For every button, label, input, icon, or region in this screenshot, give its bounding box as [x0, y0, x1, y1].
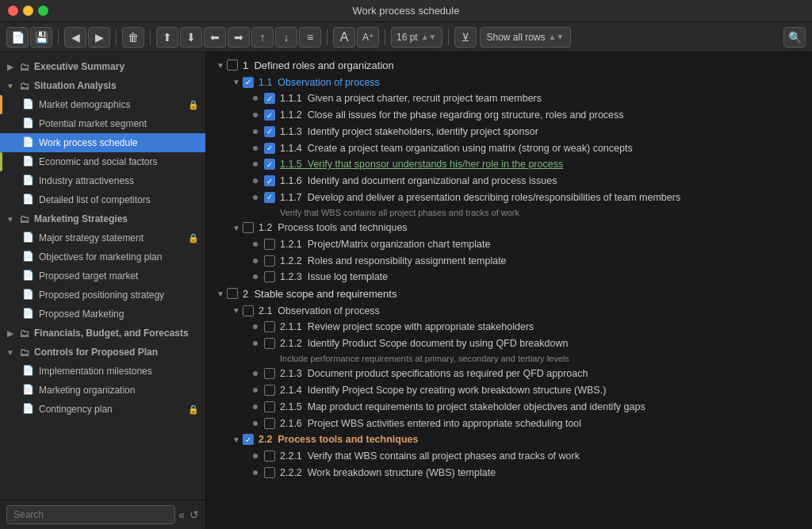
sidebar-item-proposed-marketing[interactable]: 📄 Proposed Marketing — [0, 305, 205, 324]
outline-row-2-1-1: 2.1.1 Review project scope with appropri… — [206, 319, 812, 335]
sidebar-item-competitors[interactable]: 📄 Detailed list of competitors — [0, 190, 205, 209]
row-2-1-4-checkbox[interactable] — [264, 385, 275, 396]
toolbar-indent-up-button[interactable]: ⬆ — [156, 27, 178, 48]
search-input[interactable] — [6, 505, 175, 524]
titlebar: Work process schedule — [0, 0, 812, 22]
sidebar-item-market-demo[interactable]: 📄 Market demographics 🔒 — [0, 95, 205, 114]
maximize-button[interactable] — [38, 6, 48, 16]
row-1-2-2-text: 1.2.2 Roles and responsibility assignmen… — [280, 254, 812, 269]
toolbar-align-button[interactable]: ≡ — [299, 27, 321, 48]
minimize-button[interactable] — [23, 6, 33, 16]
row-2-2-1-checkbox[interactable] — [264, 450, 275, 462]
sidebar-item-potential-market[interactable]: 📄 Potential market segment — [0, 114, 205, 133]
toolbar-back-button[interactable]: ◀ — [64, 27, 86, 48]
row-2-1-text: 2.1 Observation of process — [259, 304, 812, 319]
sidebar-item-marketing-org[interactable]: 📄 Marketing organization — [0, 381, 205, 400]
toolbar-move-down-button[interactable]: ↓ — [275, 27, 297, 48]
font-size-stepper[interactable]: ▲▼ — [421, 33, 437, 41]
toolbar-indent-down-button[interactable]: ⬇ — [180, 27, 202, 48]
sidebar-section-financials[interactable]: ▶ 🗂 Financials, Budget, and Forecasts — [0, 324, 205, 343]
toolbar-open-button[interactable]: 📄 — [6, 27, 29, 48]
toolbar-save-button[interactable]: 💾 — [30, 27, 52, 48]
work-process-file-icon: 📄 — [22, 136, 35, 149]
row-1-1-2-checkbox[interactable]: ✓ — [264, 109, 275, 121]
filter-dropdown[interactable]: Show all rows ▲▼ — [480, 27, 572, 48]
toolbar-font-group: A A⁺ — [333, 27, 379, 48]
sidebar-item-economic[interactable]: 📄 Economic and social factors — [0, 152, 205, 171]
sidebar-item-target-market[interactable]: 📄 Proposed target market — [0, 266, 205, 286]
row-1-1-5-checkbox[interactable]: ✓ — [264, 159, 275, 170]
sidebar-item-positioning[interactable]: 📄 Proposed positioning strategy — [0, 286, 205, 305]
sidebar-section-marketing[interactable]: ▼ 🗂 Marketing Strategies — [0, 209, 205, 228]
sidebar-section-situation[interactable]: ▼ 🗂 Situation Analysis — [0, 76, 205, 95]
close-button[interactable] — [8, 6, 18, 16]
sidebar-item-impl-milestones[interactable]: 📄 Implementation milestones — [0, 362, 205, 381]
row-1-2-3-checkbox[interactable] — [264, 271, 275, 282]
controls-label: Controls for Proposed Plan — [34, 347, 158, 358]
sidebar-item-work-process[interactable]: 📄 Work process schedule — [0, 133, 205, 152]
toolbar-filter-icon[interactable]: ⊻ — [454, 27, 477, 48]
row-2-arrow[interactable]: ▼ — [214, 286, 227, 301]
row-2-2-2-checkbox[interactable] — [264, 467, 275, 478]
row-1-1-3-checkbox[interactable]: ✓ — [264, 126, 275, 137]
executive-folder-icon: 🗂 — [17, 60, 30, 73]
row-1-2-1-text: 1.2.1 Project/Matrix organization chart … — [280, 237, 812, 252]
row-2-2-text: 2.2 Process tools and techniques — [259, 432, 812, 447]
row-2-1-3-checkbox[interactable] — [264, 368, 275, 379]
toolbar-search-button[interactable]: 🔍 — [783, 27, 806, 48]
situation-arrow-icon: ▼ — [5, 80, 16, 91]
row-1-1-7-checkbox[interactable]: ✓ — [264, 192, 275, 203]
refresh-icon[interactable]: ↺ — [190, 508, 199, 521]
toolbar-font-larger-button[interactable]: A⁺ — [357, 27, 379, 48]
row-2-1-1-text: 2.1.1 Review project scope with appropri… — [280, 320, 812, 335]
row-2-1-1-checkbox[interactable] — [264, 321, 275, 332]
market-demo-label: Market demographics — [39, 99, 130, 110]
row-1-1-arrow[interactable]: ▼ — [230, 75, 243, 90]
row-1-1-6-checkbox[interactable]: ✓ — [264, 175, 275, 186]
toolbar-forward-button[interactable]: ▶ — [88, 27, 110, 48]
row-1-2-text: 1.2 Process tools and techniques — [259, 220, 812, 236]
row-1-2-1-bullet — [253, 242, 258, 247]
row-2-1-2-checkbox[interactable] — [264, 338, 275, 349]
toolbar-indent-left-button[interactable]: ⬅ — [204, 27, 226, 48]
row-2-1-5-checkbox[interactable] — [264, 401, 275, 412]
window-controls[interactable] — [8, 6, 48, 16]
outline-row-1-1-6: ✓ 1.1.6 Identify and document organizati… — [206, 173, 812, 190]
collapse-icon[interactable]: « — [178, 508, 185, 521]
outline-row-1-1-3: ✓ 1.1.3 Identify project stakeholders, i… — [206, 124, 812, 140]
sidebar-item-industry[interactable]: 📄 Industry attractiveness — [0, 171, 205, 190]
row-1-1-2-text: 1.1.2 Close all issues for the phase reg… — [280, 108, 812, 123]
row-2-2-checkbox[interactable]: ✓ — [243, 434, 254, 445]
toolbar-move-up-button[interactable]: ↑ — [251, 27, 274, 48]
row-1-checkbox[interactable] — [227, 59, 238, 71]
major-strategy-file-icon: 📄 — [22, 232, 35, 244]
industry-label: Industry attractiveness — [39, 175, 134, 186]
row-2-1-checkbox[interactable] — [243, 305, 254, 316]
sidebar-item-contingency[interactable]: 📄 Contingency plan 🔒 — [0, 400, 205, 419]
row-1-arrow[interactable]: ▼ — [214, 58, 227, 72]
row-2-checkbox[interactable] — [227, 288, 238, 299]
row-2-2-arrow[interactable]: ▼ — [230, 432, 243, 447]
outline-row-1-1-1: ✓ 1.1.1 Given a project charter, recruit… — [206, 90, 812, 107]
row-1-2-2-checkbox[interactable] — [264, 255, 275, 266]
sidebar-section-executive[interactable]: ▶ 🗂 Executive Summary — [0, 57, 205, 76]
row-1-2-checkbox[interactable] — [243, 222, 254, 233]
toolbar-font-button[interactable]: A — [333, 27, 355, 48]
font-size-control[interactable]: 16 pt ▲▼ — [391, 27, 442, 48]
row-1-1-1-checkbox[interactable]: ✓ — [264, 93, 275, 104]
row-2-1-6-checkbox[interactable] — [264, 418, 275, 429]
row-1-1-5-text: 1.1.5 Verify that sponsor understands hi… — [280, 157, 812, 172]
row-2-1-arrow[interactable]: ▼ — [230, 304, 243, 318]
sidebar-item-major-strategy[interactable]: 📄 Major strategy statement 🔒 — [0, 228, 205, 247]
row-1-1-4-checkbox[interactable]: ✓ — [264, 143, 275, 154]
financials-label: Financials, Budget, and Forecasts — [34, 328, 189, 339]
row-1-2-1-checkbox[interactable] — [264, 239, 275, 250]
sidebar-item-objectives[interactable]: 📄 Objectives for marketing plan — [0, 247, 205, 266]
row-1-2-arrow[interactable]: ▼ — [230, 220, 243, 235]
toolbar-indent-right-button[interactable]: ➡ — [228, 27, 250, 48]
toolbar-delete-button[interactable]: 🗑 — [122, 27, 144, 48]
outline-row-1-2-1: 1.2.1 Project/Matrix organization chart … — [206, 236, 812, 253]
sidebar-section-controls[interactable]: ▼ 🗂 Controls for Proposed Plan — [0, 343, 205, 362]
marketing-arrow-icon: ▼ — [5, 213, 16, 224]
row-1-1-checkbox[interactable]: ✓ — [243, 77, 254, 88]
